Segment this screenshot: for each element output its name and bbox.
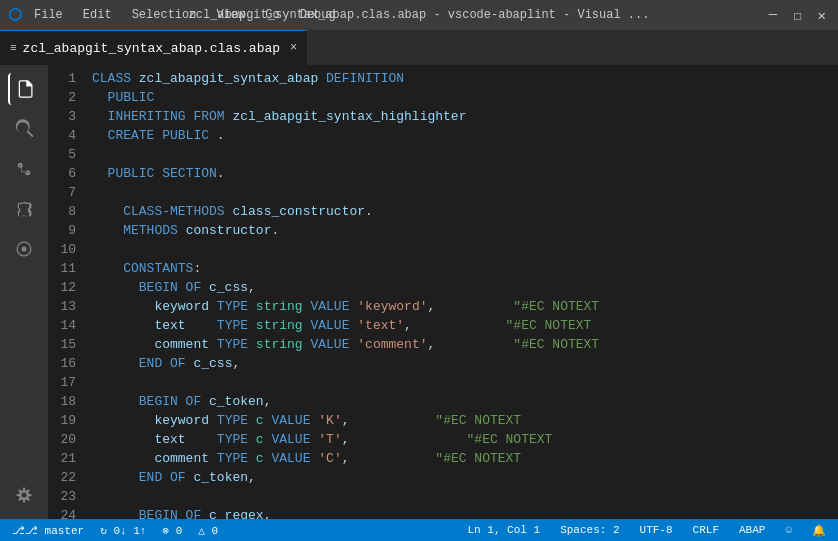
encoding-label: UTF-8: [640, 524, 673, 536]
code-line: BEGIN OF c_token,: [92, 392, 838, 411]
code-line: BEGIN OF c_regex,: [92, 506, 838, 519]
tab-file-icon: ≡: [10, 42, 17, 54]
language-mode[interactable]: ABAP: [735, 524, 769, 536]
code-line: text TYPE c VALUE 'T', "#EC NOTEXT: [92, 430, 838, 449]
tab-close-button[interactable]: ×: [290, 41, 297, 55]
line-number: 6: [52, 164, 76, 183]
cursor-label: Ln 1, Col 1: [468, 524, 541, 536]
encoding[interactable]: UTF-8: [636, 524, 677, 536]
code-line: [92, 487, 838, 506]
line-ending[interactable]: CRLF: [689, 524, 723, 536]
code-line: END OF c_css,: [92, 354, 838, 373]
window-close-button[interactable]: ✕: [814, 7, 830, 24]
main-area: 1234567891011121314151617181920212223242…: [0, 65, 838, 519]
code-line: CLASS-METHODS class_constructor.: [92, 202, 838, 221]
git-branch-label: ⎇ master: [25, 524, 84, 537]
line-number: 15: [52, 335, 76, 354]
language-label: ABAP: [739, 524, 765, 536]
errors-label: ⊗ 0: [162, 524, 182, 537]
line-number: 14: [52, 316, 76, 335]
code-line: PUBLIC SECTION.: [92, 164, 838, 183]
code-line: comment TYPE c VALUE 'C', "#EC NOTEXT: [92, 449, 838, 468]
tab-bar: ≡ zcl_abapgit_syntax_abap.clas.abap ×: [0, 30, 838, 65]
line-number: 1: [52, 69, 76, 88]
activity-explorer[interactable]: [8, 73, 40, 105]
smiley-icon: ☺: [785, 524, 792, 536]
code-line: comment TYPE string VALUE 'comment', "#E…: [92, 335, 838, 354]
line-number: 12: [52, 278, 76, 297]
smiley-button[interactable]: ☺: [781, 524, 796, 536]
window-maximize-button[interactable]: ☐: [789, 7, 805, 24]
code-editor[interactable]: CLASS zcl_abapgit_syntax_abap DEFINITION…: [84, 65, 838, 519]
line-number: 10: [52, 240, 76, 259]
errors-status[interactable]: ⊗ 0: [158, 524, 186, 537]
window-minimize-button[interactable]: ─: [765, 7, 781, 24]
line-number: 4: [52, 126, 76, 145]
line-number: 20: [52, 430, 76, 449]
line-number: 9: [52, 221, 76, 240]
spaces-label: Spaces: 2: [560, 524, 619, 536]
git-branch[interactable]: ⎇ ⎇ master: [8, 524, 88, 537]
vscode-logo: ⬡: [8, 5, 22, 25]
code-line: [92, 240, 838, 259]
line-number: 7: [52, 183, 76, 202]
code-line: PUBLIC: [92, 88, 838, 107]
line-number: 5: [52, 145, 76, 164]
editor-tab[interactable]: ≡ zcl_abapgit_syntax_abap.clas.abap ×: [0, 30, 307, 65]
code-line: CREATE PUBLIC .: [92, 126, 838, 145]
line-number: 18: [52, 392, 76, 411]
window-controls: ─ ☐ ✕: [765, 7, 830, 24]
activity-search[interactable]: [8, 113, 40, 145]
line-ending-label: CRLF: [693, 524, 719, 536]
sync-status[interactable]: ↻ 0↓ 1↑: [96, 524, 150, 537]
line-number: 22: [52, 468, 76, 487]
git-branch-icon: ⎇: [12, 524, 25, 537]
code-line: text TYPE string VALUE 'text', "#EC NOTE…: [92, 316, 838, 335]
code-line: keyword TYPE c VALUE 'K', "#EC NOTEXT: [92, 411, 838, 430]
line-number: 21: [52, 449, 76, 468]
line-number: 11: [52, 259, 76, 278]
line-number: 3: [52, 107, 76, 126]
line-number: 16: [52, 354, 76, 373]
code-line: BEGIN OF c_css,: [92, 278, 838, 297]
svg-point-1: [22, 247, 27, 252]
editor-area: 1234567891011121314151617181920212223242…: [48, 65, 838, 519]
code-line: [92, 145, 838, 164]
line-number: 23: [52, 487, 76, 506]
code-line: CLASS zcl_abapgit_syntax_abap DEFINITION: [92, 69, 838, 88]
activity-bar: [0, 65, 48, 519]
status-bar: ⎇ ⎇ master ↻ 0↓ 1↑ ⊗ 0 △ 0 Ln 1, Col 1 S…: [0, 519, 838, 541]
tab-label: zcl_abapgit_syntax_abap.clas.abap: [23, 41, 280, 56]
code-line: [92, 373, 838, 392]
line-numbers: 1234567891011121314151617181920212223242…: [48, 65, 84, 519]
code-line: END OF c_token,: [92, 468, 838, 487]
activity-remote[interactable]: [8, 233, 40, 265]
activity-settings[interactable]: [8, 479, 40, 511]
line-number: 24: [52, 506, 76, 519]
code-line: CONSTANTS:: [92, 259, 838, 278]
warnings-label: △ 0: [198, 524, 218, 537]
activity-extensions[interactable]: [8, 193, 40, 225]
line-number: 19: [52, 411, 76, 430]
code-line: keyword TYPE string VALUE 'keyword', "#E…: [92, 297, 838, 316]
sync-label: ↻ 0↓ 1↑: [100, 524, 146, 537]
menu-edit[interactable]: Edit: [79, 6, 116, 24]
line-number: 2: [52, 88, 76, 107]
notification-button[interactable]: 🔔: [808, 524, 830, 537]
line-number: 17: [52, 373, 76, 392]
menu-file[interactable]: File: [30, 6, 67, 24]
bell-icon: 🔔: [812, 524, 826, 537]
status-right: Ln 1, Col 1 Spaces: 2 UTF-8 CRLF ABAP ☺ …: [464, 524, 830, 537]
cursor-position[interactable]: Ln 1, Col 1: [464, 524, 545, 536]
line-number: 8: [52, 202, 76, 221]
activity-source-control[interactable]: [8, 153, 40, 185]
code-line: INHERITING FROM zcl_abapgit_syntax_highl…: [92, 107, 838, 126]
code-line: METHODS constructor.: [92, 221, 838, 240]
code-line: [92, 183, 838, 202]
indentation[interactable]: Spaces: 2: [556, 524, 623, 536]
line-number: 13: [52, 297, 76, 316]
title-bar: ⬡ File Edit Selection View Go Debug zcl_…: [0, 0, 838, 30]
status-left: ⎇ ⎇ master ↻ 0↓ 1↑ ⊗ 0 △ 0: [8, 524, 222, 537]
warnings-status[interactable]: △ 0: [194, 524, 222, 537]
window-title: zcl_abapgit_syntax_abap.clas.abap - vsco…: [189, 8, 650, 22]
